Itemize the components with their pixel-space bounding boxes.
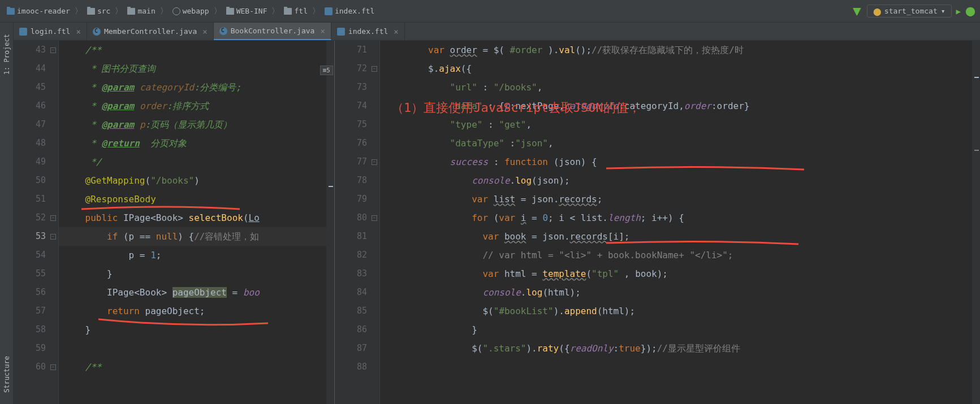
line-number[interactable]: 87	[335, 339, 379, 358]
breadcrumb-item[interactable]: index.ftl	[322, 6, 377, 16]
line-number[interactable]: 54	[14, 246, 58, 264]
code-line[interactable]: console.log(html);	[380, 283, 980, 302]
code-line[interactable]: success : function (json) {	[380, 153, 980, 171]
code-line[interactable]: * @return 分页对象	[59, 134, 334, 153]
line-number[interactable]: 81	[335, 227, 379, 246]
code-line[interactable]	[59, 339, 334, 358]
code-line[interactable]: $.ajax({	[380, 59, 980, 78]
fold-marker-icon[interactable]: −	[50, 215, 56, 221]
line-number[interactable]: 76	[335, 134, 379, 153]
code-line[interactable]: /**	[59, 358, 334, 376]
code-line[interactable]: $(".stars").raty({readOnly:true});//显示星型…	[380, 339, 980, 358]
code-line[interactable]: if (p == null) {//容错处理，如	[59, 227, 334, 246]
sidebar-project-button[interactable]: 1: Project	[3, 34, 11, 75]
code-line[interactable]: var book = json.records[i];	[380, 227, 980, 246]
line-number[interactable]: 51	[14, 190, 58, 208]
fold-marker-icon[interactable]: −	[372, 215, 377, 221]
code-line[interactable]: var order = $( #order ).val();//获取保存在隐藏域…	[380, 41, 980, 59]
code-line[interactable]: "type" : "get",	[380, 115, 980, 134]
line-number[interactable]: 88	[335, 358, 379, 376]
line-number[interactable]: 72−	[335, 59, 379, 78]
line-number[interactable]: 45	[14, 78, 58, 97]
fold-marker-icon[interactable]: −	[50, 364, 56, 370]
editor-pane-right[interactable]: 7172−7374757677−787980−8182838485868788 …	[335, 41, 980, 404]
breadcrumb-item[interactable]: WEB-INF	[224, 6, 270, 16]
line-number[interactable]: 78	[335, 171, 379, 190]
line-number[interactable]: 57	[14, 302, 58, 320]
line-number[interactable]: 52−	[14, 208, 58, 227]
code-line[interactable]: $("#bookList").append(html);	[380, 302, 980, 320]
minimap-left[interactable]	[326, 41, 334, 404]
line-number[interactable]: 53−	[14, 227, 58, 246]
code-line[interactable]: "data" : {p:nextPage,categoryId:category…	[380, 97, 980, 115]
code-line[interactable]: IPage<Book> pageObject = boo	[59, 283, 334, 302]
code-line[interactable]: public IPage<Book> selectBook(Lo	[59, 208, 334, 227]
line-number[interactable]: 73	[335, 78, 379, 97]
line-number[interactable]: 85	[335, 302, 379, 320]
editor-tab[interactable]: login.ftl×	[14, 23, 87, 40]
line-number[interactable]: 48	[14, 134, 58, 153]
fold-marker-icon[interactable]: −	[50, 47, 56, 53]
line-number[interactable]: 84	[335, 283, 379, 302]
code-line[interactable]: p = 1;	[59, 246, 334, 264]
code-line[interactable]: * @param p:页码（显示第几页）	[59, 115, 334, 134]
sidebar-structure-button[interactable]: Structure	[3, 356, 11, 393]
code-line[interactable]: var list = json.records;	[380, 190, 980, 208]
fold-marker-icon[interactable]: −	[50, 234, 56, 240]
code-line[interactable]: "dataType" :"json",	[380, 134, 980, 153]
close-icon[interactable]: ×	[202, 27, 207, 36]
code-area-left[interactable]: /** * 图书分页查询 * @param categoryId:分类编号; *…	[59, 41, 334, 404]
code-line[interactable]: console.log(json);	[380, 171, 980, 190]
code-line[interactable]: * @param categoryId:分类编号;	[59, 78, 334, 97]
fold-marker-icon[interactable]: −	[372, 66, 377, 72]
code-line[interactable]: var html = template("tpl" , book);	[380, 264, 980, 283]
build-icon[interactable]: ⯆	[852, 5, 862, 17]
code-line[interactable]: }	[59, 320, 334, 339]
line-number[interactable]: 55	[14, 264, 58, 283]
line-number[interactable]: 50	[14, 171, 58, 190]
code-line[interactable]: /**	[59, 41, 334, 59]
code-line[interactable]: for (var i = 0; i < list.length; i++) {	[380, 208, 980, 227]
gutter-left[interactable]: 43−444546474849505152−53−54555657585960−	[14, 41, 59, 404]
gutter-right[interactable]: 7172−7374757677−787980−8182838485868788	[335, 41, 380, 404]
line-number[interactable]: 46	[14, 97, 58, 115]
code-line[interactable]: }	[380, 320, 980, 339]
minimap-right[interactable]	[972, 41, 980, 404]
code-line[interactable]: return pageObject;	[59, 302, 334, 320]
code-line[interactable]: */	[59, 153, 334, 171]
line-number[interactable]: 75	[335, 115, 379, 134]
breadcrumb-item[interactable]: ftl	[282, 6, 309, 16]
line-number[interactable]: 80−	[335, 208, 379, 227]
line-number[interactable]: 77−	[335, 153, 379, 171]
line-number[interactable]: 49	[14, 153, 58, 171]
line-number[interactable]: 44	[14, 59, 58, 78]
editor-tab[interactable]: MemberController.java×	[87, 23, 214, 40]
code-line[interactable]: * @param order:排序方式	[59, 97, 334, 115]
code-line[interactable]: @ResponseBody	[59, 190, 334, 208]
line-number[interactable]: 79	[335, 190, 379, 208]
line-number[interactable]: 58	[14, 320, 58, 339]
editor-tab[interactable]: BookController.java×	[214, 23, 331, 40]
breadcrumb-item[interactable]: imooc-reader	[5, 6, 72, 16]
line-number[interactable]: 86	[335, 320, 379, 339]
code-area-right[interactable]: var order = $( #order ).val();//获取保存在隐藏域…	[380, 41, 980, 404]
editor-tab[interactable]: index.ftl×	[331, 23, 405, 40]
line-number[interactable]: 60−	[14, 358, 58, 376]
breadcrumb-item[interactable]: main	[125, 6, 157, 16]
code-line[interactable]	[380, 358, 980, 376]
code-line[interactable]: // var html = "<li>" + book.bookName+ "<…	[380, 246, 980, 264]
line-number[interactable]: 71	[335, 41, 379, 59]
run-icon[interactable]: ▶	[956, 7, 961, 16]
breadcrumb-item[interactable]: src	[85, 6, 113, 16]
breadcrumb-item[interactable]: webapp	[170, 6, 211, 16]
line-number[interactable]: 56	[14, 283, 58, 302]
line-number[interactable]: 59	[14, 339, 58, 358]
code-line[interactable]: "url" : "/books",	[380, 78, 980, 97]
debug-icon[interactable]: ⬤	[965, 6, 975, 16]
line-number[interactable]: 47	[14, 115, 58, 134]
editor-pane-left[interactable]: ≡5 43−444546474849505152−53−545556575859…	[14, 41, 335, 404]
code-line[interactable]: * 图书分页查询	[59, 59, 334, 78]
line-number[interactable]: 74	[335, 97, 379, 115]
line-number[interactable]: 82	[335, 246, 379, 264]
run-config-selector[interactable]: ⬤ start_tomcat ▾	[867, 5, 952, 18]
